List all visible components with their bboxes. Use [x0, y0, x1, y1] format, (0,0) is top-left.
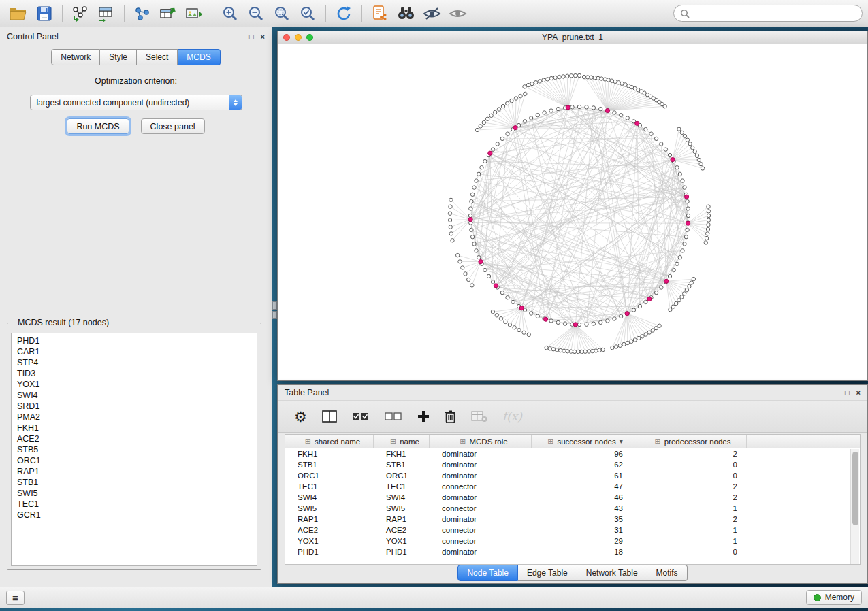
table-cell: FKH1 — [374, 450, 430, 458]
list-item[interactable]: PHD1 — [12, 335, 257, 346]
eye-icon — [449, 7, 467, 20]
table-row[interactable]: RAP1RAP1dominator352 — [285, 514, 860, 525]
save-session-button[interactable] — [31, 3, 57, 24]
list-item[interactable]: SWI5 — [12, 488, 257, 499]
list-item[interactable]: PMA2 — [12, 412, 257, 423]
float-panel-icon[interactable]: □ — [249, 33, 254, 41]
table-row[interactable]: ORC1ORC1dominator610 — [285, 470, 860, 481]
mcds-result-list[interactable]: PHD1CAR1STP4TID3YOX1SWI4SRD1PMA2FKH1ACE2… — [11, 333, 257, 566]
scrollbar-thumb[interactable] — [852, 452, 858, 525]
column-header-predecessor-nodes[interactable]: ⊞predecessor nodes — [632, 435, 747, 448]
show-columns-icon[interactable] — [322, 410, 337, 423]
list-item[interactable]: GCR1 — [12, 510, 257, 521]
zoom-fit-button[interactable] — [269, 3, 295, 24]
table-vertical-scrollbar[interactable] — [850, 449, 859, 564]
column-header-successor-nodes[interactable]: ⊞successor nodes▾ — [532, 435, 632, 448]
tab-select[interactable]: Select — [137, 49, 178, 65]
share-document-icon — [372, 5, 388, 22]
table-row[interactable]: STB1STB1dominator620 — [285, 459, 860, 470]
table-cell: STB1 — [374, 461, 430, 469]
tab-edge-table[interactable]: Edge Table — [518, 565, 577, 581]
share-document-button[interactable] — [367, 3, 393, 24]
table-panel-title: Table Panel — [285, 388, 329, 397]
zoom-selected-button[interactable] — [295, 3, 321, 24]
list-item[interactable]: STB1 — [12, 477, 257, 488]
network-window-titlebar[interactable]: YPA_prune.txt_1 — [278, 31, 867, 44]
close-panel-icon[interactable]: × — [856, 389, 861, 397]
table-row[interactable]: PHD1PHD1dominator180 — [285, 546, 860, 557]
table-row[interactable]: TEC1TEC1connector472 — [285, 481, 860, 492]
close-panel-button[interactable]: Close panel — [141, 118, 205, 134]
tab-network-table[interactable]: Network Table — [577, 565, 647, 581]
list-item[interactable]: TID3 — [12, 368, 257, 379]
list-item[interactable]: CAR1 — [12, 346, 257, 357]
column-header-MCDS-role[interactable]: ⊞MCDS role — [430, 435, 532, 448]
memory-button[interactable]: Memory — [806, 590, 862, 605]
table-toolbar: ⚙ f(x) — [278, 400, 867, 433]
table-settings-gear-icon[interactable]: ⚙ — [294, 410, 307, 424]
list-item[interactable]: STB5 — [12, 444, 257, 455]
list-item[interactable]: YOX1 — [12, 379, 257, 390]
zoom-out-button[interactable] — [243, 3, 269, 24]
list-item[interactable]: ORC1 — [12, 455, 257, 466]
search-input[interactable] — [694, 9, 856, 18]
tab-motifs[interactable]: Motifs — [647, 565, 688, 581]
delete-column-icon[interactable] — [445, 410, 456, 423]
list-item[interactable]: TEC1 — [12, 499, 257, 510]
panel-splitter[interactable] — [272, 301, 277, 320]
table-cell: TEC1 — [374, 482, 430, 491]
table-row[interactable]: YOX1YOX1connector291 — [285, 535, 860, 546]
tab-node-table[interactable]: Node Table — [457, 565, 518, 581]
table-row[interactable]: FKH1FKH1dominator962 — [285, 448, 860, 459]
clone-network-button[interactable] — [155, 3, 181, 24]
table-cell: 2 — [632, 450, 747, 458]
float-panel-icon[interactable]: □ — [845, 389, 850, 397]
run-mcds-button[interactable]: Run MCDS — [67, 118, 129, 134]
tab-mcds[interactable]: MCDS — [178, 49, 220, 65]
find-network-button[interactable] — [393, 3, 419, 24]
import-network-icon — [71, 5, 89, 22]
toggle-analyzer-button[interactable] — [419, 3, 445, 24]
create-column-icon[interactable] — [417, 410, 430, 423]
network-window: YPA_prune.txt_1 — [277, 31, 868, 381]
global-search[interactable] — [673, 5, 863, 22]
select-all-columns-icon[interactable] — [352, 411, 370, 422]
zoom-in-button[interactable] — [217, 3, 243, 24]
column-header-name[interactable]: ⊞name — [374, 435, 430, 448]
control-panel-title: Control Panel — [7, 32, 59, 42]
tab-network[interactable]: Network — [51, 49, 100, 65]
table-cell: 62 — [532, 461, 632, 469]
open-session-button[interactable] — [5, 3, 31, 24]
column-header-shared-name[interactable]: ⊞shared name — [285, 435, 374, 448]
network-canvas[interactable] — [278, 44, 867, 380]
list-item[interactable]: FKH1 — [12, 423, 257, 433]
table-cell: ACE2 — [374, 526, 430, 534]
table-cell: connector — [430, 537, 532, 545]
table-row[interactable]: SWI4SWI4dominator462 — [285, 492, 860, 503]
optimization-criterion-dropdown[interactable]: largest connected component (undirected) — [30, 95, 242, 110]
import-table-button[interactable] — [93, 3, 119, 24]
status-menu-button[interactable]: ≡ — [6, 591, 25, 605]
zoom-selected-icon — [300, 5, 316, 22]
column-header-label: predecessor nodes — [664, 437, 731, 446]
table-body: FKH1FKH1dominator962STB1STB1dominator620… — [285, 448, 860, 557]
close-panel-icon[interactable]: × — [261, 33, 265, 41]
list-item[interactable]: STP4 — [12, 357, 257, 368]
export-image-button[interactable] — [181, 3, 207, 24]
list-item[interactable]: SRD1 — [12, 401, 257, 412]
tab-style[interactable]: Style — [100, 49, 137, 65]
table-cell: 0 — [632, 472, 747, 480]
list-item[interactable]: SWI4 — [12, 390, 257, 401]
list-item[interactable]: RAP1 — [12, 466, 257, 477]
table-row[interactable]: SWI5SWI5connector431 — [285, 503, 860, 514]
clone-network-icon — [159, 5, 177, 22]
new-network-button[interactable] — [129, 3, 155, 24]
table-row[interactable]: ACE2ACE2connector311 — [285, 525, 860, 535]
deselect-all-columns-icon[interactable] — [385, 411, 402, 422]
import-network-button[interactable] — [67, 3, 93, 24]
table-cell: ACE2 — [285, 526, 374, 534]
toolbar-separator — [361, 5, 362, 22]
apply-layout-button[interactable] — [331, 3, 357, 24]
list-item[interactable]: ACE2 — [12, 433, 257, 444]
show-hide-button[interactable] — [445, 3, 470, 24]
